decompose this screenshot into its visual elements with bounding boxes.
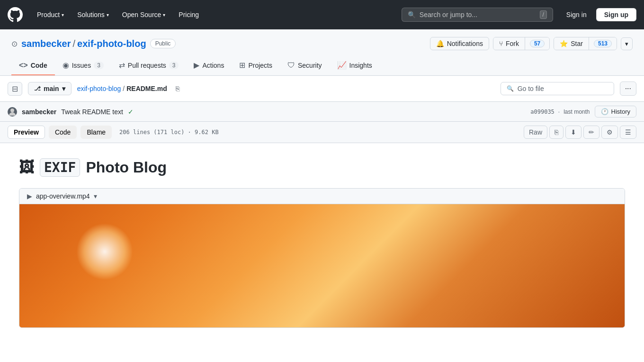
- readme-title-code: EXIF: [40, 158, 80, 177]
- file-search[interactable]: 🔍 Go to file: [501, 82, 614, 95]
- list-button[interactable]: ☰: [620, 126, 636, 139]
- nav-pricing[interactable]: Pricing: [176, 9, 202, 20]
- history-button[interactable]: 🕐 History: [595, 106, 636, 118]
- history-icon: 🕐: [601, 108, 608, 115]
- star-icon: ⭐: [560, 40, 568, 47]
- tab-actions-label: Actions: [202, 62, 224, 69]
- repo-title-row: ⊙ sambecker / exif-photo-blog Public 🔔 N…: [11, 37, 633, 50]
- product-chevron-icon: ▾: [62, 12, 64, 18]
- copy-content-button[interactable]: ⎘: [549, 126, 564, 139]
- raw-button[interactable]: Raw: [524, 126, 547, 139]
- history-label: History: [611, 108, 630, 115]
- branch-chevron-icon: ▾: [62, 85, 65, 92]
- search-placeholder: Search or jump to...: [420, 11, 536, 18]
- branch-name: main: [44, 85, 59, 92]
- raw-label: Raw: [529, 128, 542, 136]
- commit-hash[interactable]: a099035: [530, 109, 555, 115]
- tab-insights[interactable]: 📈 Insights: [330, 56, 380, 75]
- nav-open-source[interactable]: Open Source ▾: [119, 9, 169, 20]
- commit-separator: ·: [558, 109, 560, 115]
- search-icon: 🔍: [408, 11, 416, 18]
- tab-issues[interactable]: ◉ Issues 3: [55, 56, 111, 75]
- fork-label: Fork: [506, 40, 519, 47]
- repo-name-link[interactable]: exif-photo-blog: [77, 38, 146, 49]
- readme-content: 🖼 EXIF Photo Blog ▶ app-overview.mp4 ▾ ▬: [0, 143, 644, 351]
- readme-title: 🖼 EXIF Photo Blog: [19, 158, 625, 177]
- star-button[interactable]: ⭐ Star: [554, 37, 589, 50]
- repo-owner-link[interactable]: sambecker: [21, 38, 71, 49]
- commit-message: Tweak README text: [61, 108, 123, 116]
- edit-button[interactable]: ✏: [583, 126, 599, 139]
- tab-pull-requests[interactable]: ⇄ Pull requests 3: [111, 56, 187, 75]
- video-icon: ▶: [27, 192, 32, 200]
- fork-count-button[interactable]: 57: [525, 37, 549, 50]
- tab-actions[interactable]: ▶ Actions: [186, 56, 232, 75]
- star-count: 513: [594, 40, 612, 47]
- nav-product[interactable]: Product ▾: [34, 9, 67, 20]
- tab-code[interactable]: <> Code: [11, 56, 55, 75]
- blame-tab[interactable]: Blame: [80, 126, 112, 139]
- video-container: ▶ app-overview.mp4 ▾ ▬ ⊞ photos.sambecke…: [19, 188, 625, 328]
- path-separator: /: [123, 85, 125, 92]
- open-source-chevron-icon: ▾: [163, 12, 165, 18]
- shield-icon: 🛡: [287, 61, 295, 70]
- bell-icon: 🔔: [436, 40, 444, 47]
- solutions-chevron-icon: ▾: [107, 12, 109, 18]
- nav-open-source-label: Open Source: [122, 11, 161, 18]
- sign-in-link[interactable]: Sign in: [561, 9, 592, 21]
- tab-projects[interactable]: ⊞ Projects: [232, 56, 280, 75]
- file-actions: Raw ⎘ ⬇ ✏ ⚙ ☰: [524, 126, 636, 139]
- branch-selector[interactable]: ⎇ main ▾: [28, 82, 72, 95]
- repo-header: ⊙ sambecker / exif-photo-blog Public 🔔 N…: [0, 29, 644, 76]
- nav-solutions[interactable]: Solutions ▾: [74, 9, 112, 20]
- tab-insights-label: Insights: [349, 62, 372, 69]
- star-count-button[interactable]: 513: [589, 37, 617, 50]
- branch-icon: ⎇: [34, 85, 41, 92]
- list-icon: ☰: [625, 128, 631, 136]
- nav-solutions-label: Solutions: [77, 11, 105, 18]
- edit-icon: ✏: [589, 128, 594, 136]
- commit-author[interactable]: sambecker: [22, 108, 56, 116]
- sidebar-toggle-button[interactable]: ⊟: [8, 82, 22, 96]
- settings-button[interactable]: ⚙: [601, 126, 618, 139]
- copy-path-button[interactable]: ⎘: [173, 84, 182, 93]
- video-dropdown-icon: ▾: [94, 192, 97, 200]
- pr-count: 3: [169, 62, 179, 69]
- tab-pr-label: Pull requests: [128, 62, 166, 69]
- issues-count: 3: [94, 62, 104, 69]
- star-label: Star: [571, 40, 583, 47]
- readme-title-rest: Photo Blog: [86, 159, 167, 176]
- more-options-button[interactable]: ···: [620, 81, 636, 96]
- tab-issues-label: Issues: [72, 62, 91, 69]
- file-path: exif-photo-blog / README.md: [77, 85, 167, 92]
- sidebar-icon: ⊟: [12, 84, 18, 93]
- add-more-button[interactable]: ▾: [621, 37, 633, 50]
- download-button[interactable]: ⬇: [565, 126, 581, 139]
- tab-security-label: Security: [298, 62, 322, 69]
- video-header: ▶ app-overview.mp4 ▾: [19, 189, 625, 204]
- search-icon: 🔍: [507, 85, 514, 92]
- repo-link[interactable]: exif-photo-blog: [77, 85, 121, 92]
- commit-check-icon: ✓: [128, 108, 134, 116]
- fork-icon: ⑂: [499, 40, 503, 47]
- code-tab[interactable]: Code: [49, 126, 77, 139]
- tab-security[interactable]: 🛡 Security: [280, 56, 330, 75]
- github-logo[interactable]: [8, 7, 23, 22]
- notifications-label: Notifications: [447, 40, 483, 47]
- play-icon: ▶: [194, 61, 199, 70]
- commit-meta: a099035 · last month: [530, 109, 590, 115]
- preview-tab[interactable]: Preview: [8, 126, 45, 139]
- repo-visibility-badge: Public: [150, 39, 176, 48]
- sign-up-button[interactable]: Sign up: [596, 8, 636, 21]
- breadcrumb: sambecker / exif-photo-blog: [21, 38, 146, 49]
- video-preview: ▬ ⊞ photos.sambecker.com: [19, 204, 625, 327]
- notifications-button[interactable]: 🔔 Notifications: [430, 37, 489, 50]
- graph-icon: 📈: [337, 61, 347, 70]
- file-header-bar: ⊟ ⎇ main ▾ exif-photo-blog / README.md ⎘…: [0, 76, 644, 102]
- repo-icon: ⊙: [11, 39, 18, 48]
- repo-tabs: <> Code ◉ Issues 3 ⇄ Pull requests 3 ▶ A…: [11, 56, 633, 75]
- tab-projects-label: Projects: [248, 62, 272, 69]
- file-content-header: Preview Code Blame 206 lines (171 loc) ·…: [0, 122, 644, 143]
- fork-button[interactable]: ⑂ Fork: [493, 37, 525, 50]
- search-bar[interactable]: 🔍 Search or jump to... /: [402, 8, 553, 22]
